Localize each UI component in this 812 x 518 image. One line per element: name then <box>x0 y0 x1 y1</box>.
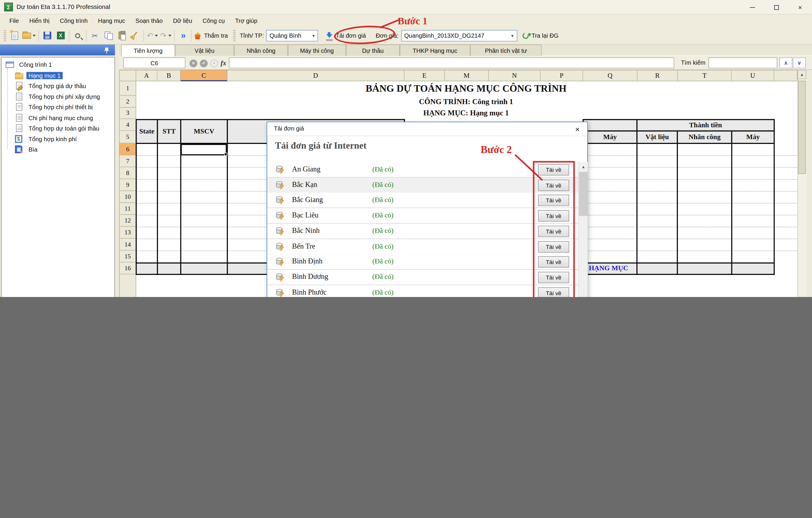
dialog-scroll-thumb[interactable] <box>579 172 588 216</box>
tree-item-3[interactable]: Tổng hợp chi phí xây dựng <box>15 91 102 102</box>
province-status: (Đã có) <box>373 273 394 281</box>
row-header-12[interactable]: 12 <box>119 215 136 227</box>
broom-icon <box>133 31 137 36</box>
menu-hạng-mục[interactable]: Hạng mục <box>93 16 130 25</box>
copy-button[interactable] <box>102 29 115 42</box>
app-icon: Σ <box>4 3 13 11</box>
column-header-C[interactable]: C <box>181 70 227 81</box>
menu-dữ-liệu[interactable]: Dữ liệu <box>168 16 198 25</box>
menu-hiển-thị[interactable]: Hiển thị <box>24 16 55 25</box>
column-header-Q[interactable]: Q <box>583 70 637 81</box>
tham-tra-button[interactable]: Thẩm tra <box>193 29 229 42</box>
table-border <box>227 144 228 263</box>
row16-border <box>731 263 732 275</box>
cell-reference-box[interactable]: C6 <box>123 58 185 68</box>
table-border <box>157 144 158 263</box>
tree-item-2[interactable]: Tổng hợp giá dự thầu <box>15 81 88 91</box>
column-header-T[interactable]: T <box>678 70 731 81</box>
column-header-N[interactable]: N <box>489 70 541 81</box>
tab-dự-thầu[interactable]: Dự thầu <box>346 44 400 56</box>
confirm-icon[interactable]: ✓ <box>200 59 208 67</box>
paste-button[interactable] <box>115 29 128 42</box>
column-header-U[interactable]: U <box>732 70 774 81</box>
row-header-10[interactable]: 10 <box>119 191 136 203</box>
search-input[interactable] <box>708 58 777 68</box>
sheet-title: BẢNG DỰ TOÁN HẠNG MỤC CÔNG TRÌNH <box>223 83 709 94</box>
dialog-close-icon[interactable]: × <box>570 122 585 136</box>
row-header-1[interactable]: 1 <box>119 81 136 96</box>
row-header-11[interactable]: 11 <box>119 203 136 215</box>
column-header-P[interactable]: P <box>541 70 583 81</box>
row-header-7[interactable]: 7 <box>119 155 136 167</box>
tab-thkp-hạng-mục[interactable]: THKP Hạng mục <box>400 44 470 56</box>
tab-tiên-lượng[interactable]: Tiên lượng <box>121 44 175 56</box>
cut-button[interactable]: ✂ <box>88 29 102 42</box>
new-file-icon <box>11 31 18 40</box>
row-header-14[interactable]: 14 <box>119 239 136 250</box>
formula-input[interactable] <box>229 58 674 68</box>
tree-item-6[interactable]: Tổng hợp dự toán gói thầu <box>15 123 102 133</box>
column-header-M[interactable]: M <box>445 70 489 81</box>
menu-công-cụ[interactable]: Công cụ <box>197 16 230 25</box>
grid-corner[interactable] <box>119 70 136 81</box>
menu-trợ-giúp[interactable]: Trợ giúp <box>230 16 263 25</box>
excel-export-button[interactable]: X <box>54 29 67 42</box>
save-button[interactable] <box>40 29 54 42</box>
selected-cell[interactable] <box>181 144 227 155</box>
menu-file[interactable]: File <box>4 16 24 25</box>
row-header-15[interactable]: 15 <box>119 251 136 263</box>
row-header-4[interactable]: 4 <box>119 119 136 131</box>
row-header-2[interactable]: 2 <box>119 96 136 108</box>
column-header-A[interactable]: A <box>136 70 157 81</box>
close-button[interactable]: × <box>788 0 812 14</box>
row-header-13[interactable]: 13 <box>119 227 136 239</box>
cancel-icon[interactable]: × <box>190 59 197 67</box>
minimize-button[interactable] <box>741 0 764 14</box>
tab-vật-liệu[interactable]: Vật liệu <box>175 44 234 56</box>
tra-lai-button[interactable]: Tra lại ĐG <box>521 29 559 42</box>
menu-soạn-thảo[interactable]: Soạn thảo <box>130 16 168 25</box>
row-header-3[interactable]: 3 <box>119 108 136 119</box>
tree-item-7[interactable]: ΣTổng hợp kinh phí <box>15 134 79 144</box>
tree-item-4[interactable]: Tổng hợp chi phí thiết bị <box>15 102 95 113</box>
new-button[interactable] <box>8 29 21 42</box>
search-down-button[interactable]: ∨ <box>793 58 806 68</box>
search-up-button[interactable]: ∧ <box>779 58 792 68</box>
row-header-6[interactable]: 6 <box>119 143 136 155</box>
clean-button[interactable] <box>128 29 142 42</box>
dialog-scroll-up-icon[interactable]: ▲ <box>579 162 588 171</box>
maximize-button[interactable] <box>764 0 788 14</box>
menu-công-trình[interactable]: Công trình <box>55 16 93 25</box>
options-icon[interactable]: • <box>210 59 218 67</box>
tab-máy-thi-công[interactable]: Máy thi công <box>288 44 346 56</box>
scroll-up-icon[interactable]: ▲ <box>798 70 806 79</box>
toolbar-grip <box>4 30 6 41</box>
tree-root[interactable]: Công trình 1 <box>6 60 54 70</box>
tree-item-5[interactable]: Chi phí hạng mục chung <box>15 113 95 123</box>
row-header-8[interactable]: 8 <box>119 167 136 179</box>
undo-button[interactable]: ↶ <box>145 29 159 42</box>
redo-button[interactable]: ↷ <box>159 29 172 42</box>
column-header-R[interactable]: R <box>637 70 678 81</box>
scrollbar-thumb[interactable] <box>798 81 806 174</box>
column-header-E[interactable]: E <box>405 70 445 81</box>
fx-icon[interactable]: fx <box>221 59 226 67</box>
print-preview-button[interactable] <box>71 29 84 42</box>
row-header-16[interactable]: 16 <box>119 263 136 274</box>
tree-item-8[interactable]: Bìa <box>15 145 39 155</box>
dialog-scrollbar[interactable]: ▲ ▼ <box>578 162 588 297</box>
row-header-9[interactable]: 9 <box>119 179 136 191</box>
open-button[interactable] <box>21 29 37 42</box>
tree-item-1[interactable]: Hạng mục 1 <box>15 70 63 81</box>
province-row: Bạc Liêu(Đã có)Tải về <box>267 208 578 224</box>
tinh-tp-select[interactable]: Quảng Bình▾ <box>266 30 318 41</box>
don-gia-select[interactable]: QuangBinh_2013XD_DG2147▾ <box>401 30 517 41</box>
run-button[interactable]: » <box>176 29 190 42</box>
column-header-D[interactable]: D <box>227 70 405 81</box>
tab-nhân-công[interactable]: Nhân công <box>234 44 288 56</box>
column-header-B[interactable]: B <box>157 70 181 81</box>
row-header-5[interactable]: 5 <box>119 131 136 143</box>
header-q-blank <box>583 119 637 131</box>
tab-phân-tích-vật-tư[interactable]: Phân tích vật tư <box>470 44 542 56</box>
pin-icon[interactable] <box>104 47 110 56</box>
